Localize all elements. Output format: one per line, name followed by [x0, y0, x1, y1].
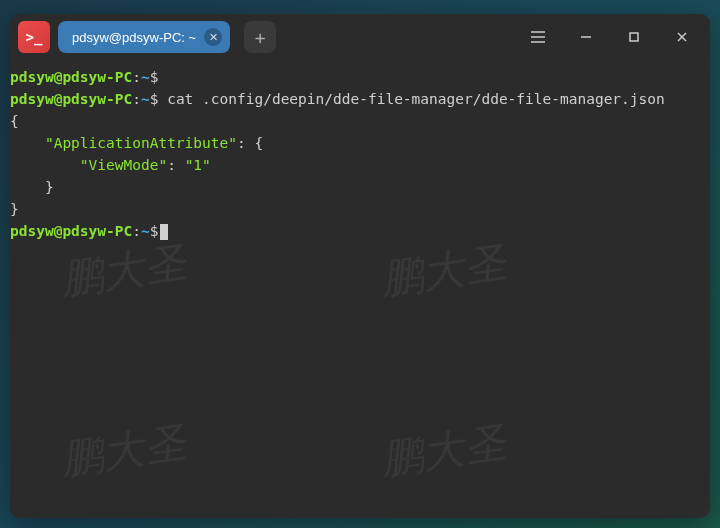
command-text: cat .config/deepin/dde-file-manager/dde-… — [167, 91, 665, 107]
prompt-line: pdsyw@pdsyw-PC:~$ — [10, 66, 710, 88]
output-line: } — [10, 198, 710, 220]
output-line: } — [10, 176, 710, 198]
cursor — [160, 224, 168, 240]
new-tab-button[interactable]: + — [244, 21, 276, 53]
maximize-button[interactable] — [614, 17, 654, 57]
close-icon — [675, 30, 689, 44]
maximize-icon — [627, 30, 641, 44]
svg-rect-4 — [630, 33, 638, 41]
terminal-body[interactable]: 鹏大圣 鹏大圣 鹏大圣 鹏大圣 pdsyw@pdsyw-PC:~$ pdsyw@… — [10, 60, 710, 248]
output-line: { — [10, 110, 710, 132]
prompt-path: ~ — [141, 91, 150, 107]
prompt-line-current: pdsyw@pdsyw-PC:~$ — [10, 220, 710, 242]
prompt-colon: : — [132, 91, 141, 107]
user-host: pdsyw@pdsyw-PC — [10, 69, 132, 85]
minimize-button[interactable] — [566, 17, 606, 57]
output-line: "ApplicationAttribute": { — [10, 132, 710, 154]
user-host: pdsyw@pdsyw-PC — [10, 91, 132, 107]
tab-close-button[interactable]: ✕ — [204, 28, 222, 46]
prompt-path: ~ — [141, 223, 150, 239]
command-text — [158, 91, 167, 107]
titlebar: >_ pdsyw@pdsyw-PC: ~ ✕ + — [10, 14, 710, 60]
tab-title: pdsyw@pdsyw-PC: ~ — [72, 30, 196, 45]
prompt-colon: : — [132, 69, 141, 85]
prompt-colon: : — [132, 223, 141, 239]
hamburger-icon — [530, 30, 546, 44]
watermark: 鹏大圣 — [59, 431, 187, 470]
tab-active[interactable]: pdsyw@pdsyw-PC: ~ ✕ — [58, 21, 230, 53]
output-line: "ViewMode": "1" — [10, 154, 710, 176]
app-icon: >_ — [18, 21, 50, 53]
terminal-icon: >_ — [26, 29, 43, 45]
watermark: 鹏大圣 — [59, 251, 187, 290]
minimize-icon — [579, 30, 593, 44]
close-button[interactable] — [662, 17, 702, 57]
command-line: pdsyw@pdsyw-PC:~$ cat .config/deepin/dde… — [10, 88, 710, 110]
watermark: 鹏大圣 — [379, 251, 507, 290]
prompt-path: ~ — [141, 69, 150, 85]
terminal-window: >_ pdsyw@pdsyw-PC: ~ ✕ + — [10, 14, 710, 518]
watermark: 鹏大圣 — [379, 431, 507, 470]
prompt-symbol: $ — [150, 69, 159, 85]
menu-button[interactable] — [518, 17, 558, 57]
prompt-symbol: $ — [150, 223, 159, 239]
user-host: pdsyw@pdsyw-PC — [10, 223, 132, 239]
